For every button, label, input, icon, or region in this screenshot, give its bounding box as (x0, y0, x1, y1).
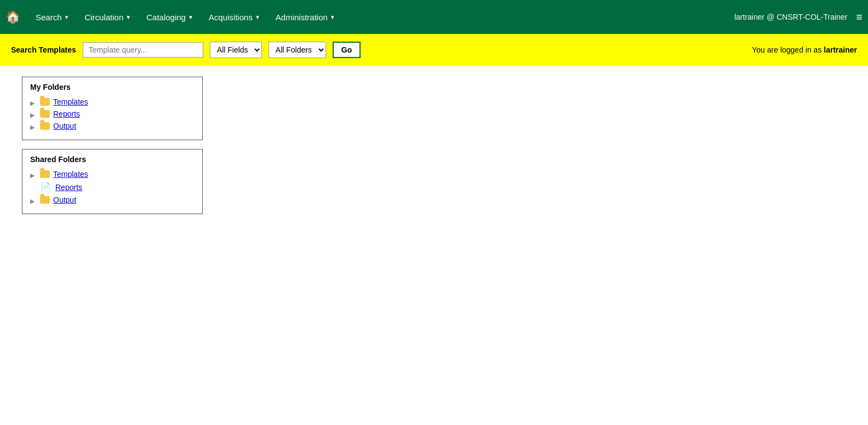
home-icon[interactable]: 🏠 (5, 10, 20, 24)
main-content: My Folders Templates Reports Output Shar… (0, 66, 868, 225)
arrow-icon (30, 110, 38, 118)
nav-acquisitions[interactable]: Acquisitions ▼ (203, 9, 266, 25)
acquisitions-caret-icon: ▼ (255, 14, 260, 20)
nav-search[interactable]: Search ▼ (30, 9, 75, 25)
shared-reports-link[interactable]: Reports (55, 183, 82, 192)
my-folders-title: My Folders (30, 83, 195, 91)
search-caret-icon: ▼ (64, 14, 70, 20)
my-folders-box: My Folders Templates Reports Output (22, 77, 203, 140)
search-input[interactable] (83, 42, 203, 58)
nav-items: Search ▼ Circulation ▼ Cataloging ▼ Acqu… (30, 9, 734, 25)
list-item: Templates (30, 96, 195, 108)
circulation-caret-icon: ▼ (125, 14, 131, 20)
doc-icon: 📄 (40, 182, 51, 192)
login-info: You are logged in as lartrainer (752, 45, 857, 54)
shared-folders-title: Shared Folders (30, 155, 195, 164)
top-navigation: 🏠 Search ▼ Circulation ▼ Cataloging ▼ Ac… (0, 0, 868, 34)
folder-icon (40, 122, 50, 130)
shared-folders-box: Shared Folders Templates 📄 Reports Outpu… (22, 149, 203, 214)
nav-circulation[interactable]: Circulation ▼ (79, 9, 136, 25)
folders-section: My Folders Templates Reports Output Shar… (22, 77, 203, 214)
my-reports-link[interactable]: Reports (53, 110, 80, 118)
my-output-link[interactable]: Output (53, 122, 76, 130)
arrow-icon (30, 122, 38, 130)
nav-right-section: lartrainer @ CNSRT-COL-Trainer ≡ (734, 11, 863, 24)
hamburger-menu-icon[interactable]: ≡ (856, 11, 863, 24)
arrow-icon (30, 196, 38, 204)
folder-icon (40, 98, 50, 106)
administration-caret-icon: ▼ (330, 14, 335, 20)
search-templates-label: Search Templates (11, 45, 76, 54)
folder-select[interactable]: All Folders (269, 42, 326, 58)
nav-cataloging[interactable]: Cataloging ▼ (141, 9, 199, 25)
user-info: lartrainer @ CNSRT-COL-Trainer (734, 13, 847, 21)
go-button[interactable]: Go (333, 42, 361, 58)
search-templates-bar: Search Templates All Fields All Folders … (0, 34, 868, 66)
logged-in-user: lartrainer (824, 45, 857, 54)
folder-icon (40, 170, 50, 178)
arrow-icon (30, 98, 38, 106)
folder-icon (40, 196, 50, 204)
list-item: Templates (30, 168, 195, 180)
list-item: 📄 Reports (30, 180, 195, 194)
field-select[interactable]: All Fields (210, 42, 262, 58)
list-item: Output (30, 120, 195, 132)
my-templates-link[interactable]: Templates (53, 97, 88, 106)
shared-output-link[interactable]: Output (53, 196, 76, 204)
list-item: Reports (30, 108, 195, 120)
folder-icon (40, 110, 50, 118)
nav-administration[interactable]: Administration ▼ (270, 9, 341, 25)
cataloging-caret-icon: ▼ (188, 14, 193, 20)
shared-templates-link[interactable]: Templates (53, 170, 88, 179)
arrow-icon (30, 170, 38, 178)
list-item: Output (30, 194, 195, 206)
